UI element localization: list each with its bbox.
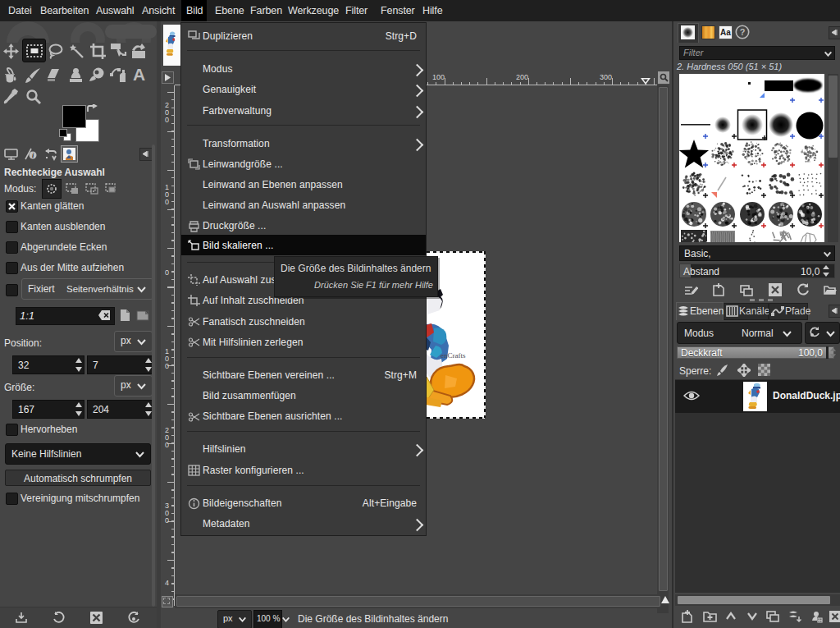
svg-text:enCrafts: enCrafts (441, 351, 466, 360)
svg-text:?: ? (740, 27, 746, 37)
